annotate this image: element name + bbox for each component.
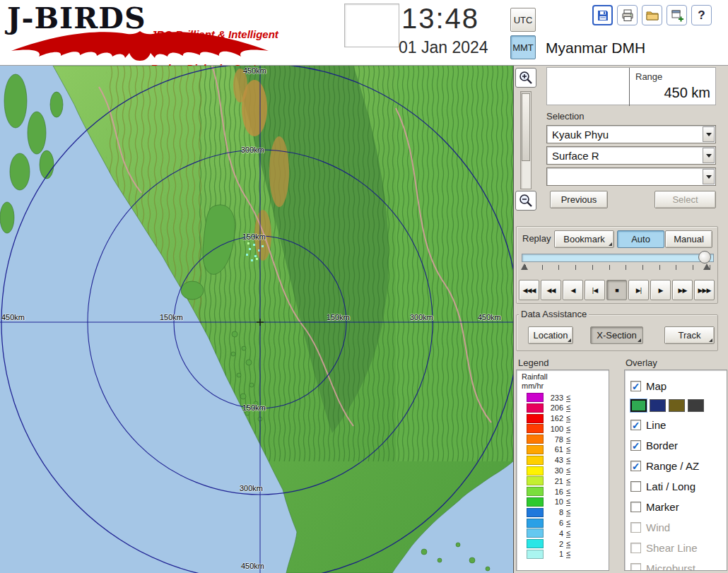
legend-color-swatch: [527, 424, 544, 433]
ring-label: 450km: [243, 66, 266, 75]
status-image-box: [344, 4, 399, 47]
overlay-item-map[interactable]: ✓Map: [625, 376, 727, 396]
checkbox[interactable]: ✓: [630, 420, 641, 430]
utc-button[interactable]: UTC: [510, 8, 536, 32]
playback-buttons: ◀◀◀◀◀◀|◀■▶|▶▶▶▶▶▶: [519, 280, 715, 300]
help-button[interactable]: ?: [691, 5, 712, 25]
zoom-slider-thumb[interactable]: [522, 93, 530, 161]
ring-label: 150km: [327, 313, 350, 321]
x-section-button[interactable]: X-Section: [590, 326, 643, 344]
product-select[interactable]: Surface R: [546, 146, 716, 165]
legend-row: 10≤: [527, 497, 609, 507]
bookmark-button[interactable]: Bookmark: [554, 230, 614, 248]
new-window-button[interactable]: [667, 5, 687, 25]
location-button[interactable]: Location: [528, 326, 573, 344]
mmt-button[interactable]: MMT: [510, 35, 536, 59]
legend-color-swatch: [527, 508, 544, 517]
legend-lte: ≤: [566, 403, 570, 412]
fast-forward-button[interactable]: ▶▶: [672, 280, 693, 300]
overlay-item-wind[interactable]: Wind: [625, 517, 727, 538]
legend-value: 162: [544, 414, 563, 423]
legend-color-swatch: [527, 487, 544, 496]
overlay-item-shear-line[interactable]: Shear Line: [625, 538, 727, 558]
legend-row: 2≤: [527, 539, 609, 548]
play-reverse-button[interactable]: ◀: [563, 280, 583, 300]
checkbox[interactable]: [630, 481, 641, 492]
overlay-item-lati-long[interactable]: Lati / Long: [625, 476, 727, 497]
timeline-thumb[interactable]: [698, 251, 711, 264]
replay-timeline[interactable]: [522, 254, 714, 262]
legend-value: 6: [544, 519, 563, 527]
checkbox[interactable]: [630, 522, 641, 533]
skip-to-end-button[interactable]: ▶▶▶: [694, 280, 715, 300]
checkbox[interactable]: ✓: [630, 381, 641, 391]
legend-lte: ≤: [566, 435, 570, 444]
save-button[interactable]: [592, 5, 613, 25]
radar-map-viewport[interactable]: 450km 300km 150km 150km 300km 450km 450k…: [0, 66, 513, 573]
overlay-item-microburst[interactable]: Microburst: [625, 558, 727, 571]
clock-date: 01 Jan 2024: [399, 38, 488, 57]
printer-icon: [621, 8, 635, 23]
map-style-swatch[interactable]: [630, 399, 647, 412]
legend-color-swatch: [527, 403, 544, 413]
checkbox[interactable]: [630, 543, 641, 553]
checkbox[interactable]: ✓: [630, 461, 641, 471]
ring-label: 450km: [1, 313, 25, 321]
step-back-button[interactable]: |◀: [585, 280, 605, 300]
map-style-swatch[interactable]: [650, 399, 666, 412]
extra-select[interactable]: [546, 167, 716, 186]
checkbox[interactable]: ✓: [630, 440, 641, 451]
toolbar: ?: [592, 5, 712, 25]
play-button[interactable]: ▶: [650, 280, 671, 300]
print-button[interactable]: [617, 5, 638, 25]
step-forward-button[interactable]: ▶|: [628, 280, 649, 300]
map-style-swatch[interactable]: [669, 399, 685, 412]
legend-row: 233≤: [527, 393, 609, 402]
fast-rewind-button[interactable]: ◀◀: [541, 280, 561, 300]
ring-label: 150km: [160, 313, 183, 321]
chevron-down-icon[interactable]: [703, 126, 715, 142]
legend-value: 16: [544, 488, 563, 496]
legend-color-swatch: [527, 528, 544, 538]
previous-button[interactable]: Previous: [550, 191, 608, 208]
overlay-item-label: Border: [646, 439, 678, 451]
zoom-slider[interactable]: [520, 91, 532, 189]
overlay-item-label: Shear Line: [646, 542, 698, 554]
select-button[interactable]: Select: [654, 191, 716, 208]
skip-to-start-button[interactable]: ◀◀◀: [519, 280, 539, 300]
map-style-swatch[interactable]: [688, 399, 704, 412]
open-folder-button[interactable]: [642, 5, 662, 25]
overlay-item-line[interactable]: ✓Line: [625, 415, 727, 435]
checkbox[interactable]: [630, 563, 641, 571]
legend-value: 78: [544, 435, 563, 444]
tick-mark: [542, 265, 543, 270]
manual-button[interactable]: Manual: [665, 230, 712, 248]
legend-value: 61: [544, 445, 563, 454]
zoom-out-button[interactable]: [515, 191, 536, 211]
chevron-down-icon[interactable]: [703, 148, 715, 163]
site-select-value: Kyauk Phyu: [552, 129, 609, 141]
folder-icon: [645, 8, 659, 23]
map-style-swatches: [625, 396, 727, 415]
ring-label: 300km: [241, 146, 264, 154]
check-icon: ✓: [632, 420, 640, 430]
track-button[interactable]: Track: [664, 326, 715, 344]
replay-label: Replay: [520, 233, 553, 244]
auto-button[interactable]: Auto: [617, 230, 664, 248]
checkbox[interactable]: [630, 502, 641, 512]
legend-value: 30: [544, 466, 563, 475]
overlay-item-marker[interactable]: Marker: [625, 497, 727, 517]
overlay-item-range-az[interactable]: ✓Range / AZ: [625, 456, 727, 476]
chevron-down-icon[interactable]: [703, 169, 715, 184]
product-select-value: Surface R: [552, 150, 599, 162]
site-select[interactable]: Kyauk Phyu: [546, 125, 716, 143]
stop-button[interactable]: ■: [606, 280, 627, 300]
overlay-item-border[interactable]: ✓Border: [625, 435, 727, 456]
ring-label: 450km: [241, 562, 264, 570]
legend-lte: ≤: [566, 508, 570, 516]
site-title: Myanmar DMH: [546, 40, 645, 57]
help-icon: ?: [698, 8, 705, 23]
legend-value: 21: [544, 477, 563, 485]
zoom-in-button[interactable]: [515, 68, 536, 88]
legend-row: 21≤: [527, 476, 609, 485]
